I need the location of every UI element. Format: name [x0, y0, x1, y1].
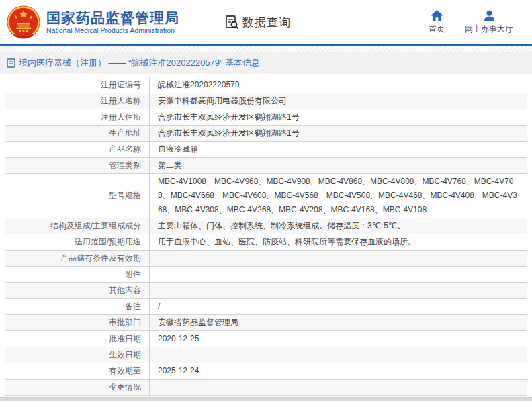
top-nav: 首页 网上办事大厅: [429, 10, 523, 35]
table-row: 型号规格MBC-4V1008、MBC-4V968、MBC-4V908、MBC-4…: [5, 174, 527, 218]
row-value: 皖械注准20202220579: [150, 77, 527, 93]
nav-service-hall-label: 网上办事大厅: [465, 24, 513, 35]
row-label: 附件: [5, 267, 150, 283]
row-label: 管理类别: [5, 158, 150, 174]
data-query-icon: [224, 14, 240, 30]
row-label: 生效日期: [5, 347, 150, 363]
table-row: 管理类别第二类: [5, 158, 527, 174]
page-header: 国家药品监督管理局 National Medical Products Admi…: [0, 0, 532, 44]
data-query-label: 数据查询: [242, 15, 291, 30]
table-row: 注册人名称安徽中科都菱商用电器股份有限公司: [5, 93, 527, 109]
info-table-body: 注册证编号皖械注准20202220579注册人名称安徽中科都菱商用电器股份有限公…: [5, 77, 527, 401]
row-value: /: [150, 299, 527, 315]
table-row: 结构及组成/主要组成成分主要由箱体、门体、控制系统、制冷系统组成。储存温度：3℃…: [5, 218, 527, 234]
row-value: [150, 251, 527, 267]
table-row: 变更情况: [5, 380, 527, 396]
breadcrumb-text: 境内医疗器械（注册） —— “皖械注准20202220579” 基本信息: [19, 57, 260, 69]
table-row: 审批部门安徽省药品监督管理局: [5, 315, 527, 331]
row-label: 有效期至: [5, 363, 150, 380]
row-value: 血液冷藏箱: [150, 142, 527, 158]
row-label: 型号规格: [5, 174, 150, 218]
table-row: 注册证编号皖械注准20202220579: [5, 77, 527, 93]
row-label: 结构及组成/主要组成成分: [5, 218, 150, 234]
row-value: 第二类: [150, 158, 527, 174]
table-row: 产品储存条件及有效期: [5, 251, 527, 267]
row-value: 安徽中科都菱商用电器股份有限公司: [150, 93, 527, 109]
row-value: [150, 380, 527, 396]
decor-stripe: [0, 46, 532, 52]
row-label: 其他内容: [5, 283, 150, 299]
row-value: [150, 347, 527, 363]
table-row: 批准日期2020-12-25: [5, 331, 527, 347]
home-icon: [431, 10, 443, 21]
row-label: 生产地址: [5, 126, 150, 142]
national-emblem-logo: [7, 5, 40, 39]
nav-home[interactable]: 首页: [429, 10, 445, 35]
row-label: 备注: [5, 299, 150, 315]
table-row: 产品名称血液冷藏箱: [5, 142, 527, 158]
table-row: 生产地址合肥市长丰双凤经济开发区鹤翔湖路1号: [5, 126, 527, 142]
breadcrumb: 境内医疗器械（注册） —— “皖械注准20202220579” 基本信息: [0, 52, 532, 74]
table-row: 生效日期: [5, 347, 527, 363]
row-label: 注册证编号: [5, 77, 150, 93]
row-label: 注册人名称: [5, 93, 150, 109]
row-label: 产品名称: [5, 142, 150, 158]
row-value: 2020-12-25: [150, 331, 527, 347]
row-label: 批准日期: [5, 331, 150, 347]
row-label: 变更情况: [5, 380, 150, 396]
org-names: 国家药品监督管理局 National Medical Products Admi…: [46, 10, 179, 35]
row-label: 审批部门: [5, 315, 150, 331]
nav-home-label: 首页: [429, 24, 445, 35]
row-value: 主要由箱体、门体、控制系统、制冷系统组成。储存温度：3℃-5℃。: [150, 218, 527, 234]
table-row: 其他内容: [5, 283, 527, 299]
row-value: [150, 267, 527, 283]
row-label: 适用范围/预期用途: [5, 234, 150, 251]
row-value: 合肥市长丰双凤经济开发区鹤翔湖路1号: [150, 126, 527, 142]
row-value: [150, 283, 527, 299]
document-icon: [7, 58, 15, 68]
data-query-title: 数据查询: [224, 14, 291, 30]
user-icon: [484, 10, 495, 21]
registration-info-table: 注册证编号皖械注准20202220579注册人名称安徽中科都菱商用电器股份有限公…: [5, 77, 527, 401]
org-title-zh: 国家药品监督管理局: [46, 10, 179, 26]
org-title-en: National Medical Products Administration: [46, 26, 179, 35]
row-label: 注册人住所: [5, 109, 150, 126]
row-value: MBC-4V1008、MBC-4V968、MBC-4V908、MBC-4V868…: [150, 174, 527, 218]
row-value: 用于血液中心、血站、医院、防疫站、科研院所等需要保存血液的场所。: [150, 234, 527, 251]
row-value: 2025-12-24: [150, 363, 527, 380]
footer-strip: [0, 397, 532, 401]
row-label: 产品储存条件及有效期: [5, 251, 150, 267]
nav-service-hall[interactable]: 网上办事大厅: [465, 10, 513, 35]
row-value: 安徽省药品监督管理局: [150, 315, 527, 331]
table-row: 适用范围/预期用途用于血液中心、血站、医院、防疫站、科研院所等需要保存血液的场所…: [5, 234, 527, 251]
table-row: 注册人住所合肥市长丰双凤经济开发区鹤翔湖路1号: [5, 109, 527, 126]
table-row: 备注/: [5, 299, 527, 315]
row-value: 合肥市长丰双凤经济开发区鹤翔湖路1号: [150, 109, 527, 126]
table-row: 附件: [5, 267, 527, 283]
table-row: 有效期至2025-12-24: [5, 363, 527, 380]
